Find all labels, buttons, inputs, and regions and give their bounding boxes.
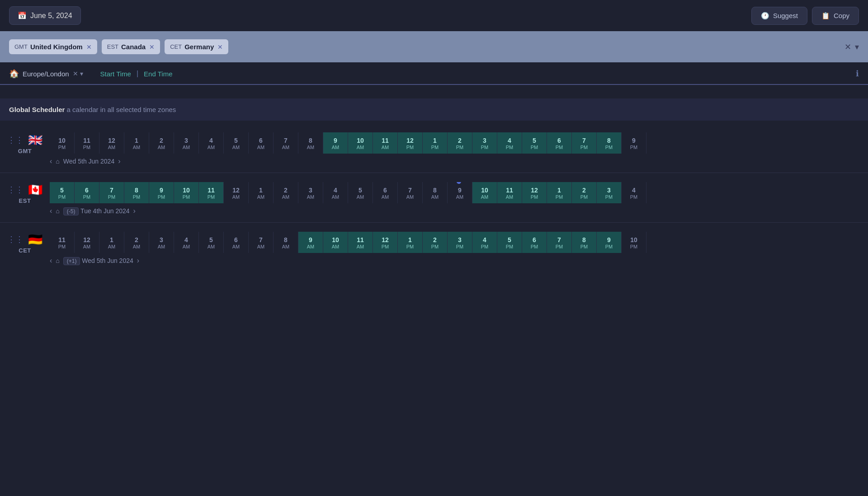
copy-button[interactable]: 📋 Copy [812,7,859,25]
close-all-icon[interactable]: ✕ [844,42,851,52]
time-cell[interactable]: 2PM [423,232,448,253]
time-cell[interactable]: 11AM [497,182,522,203]
time-cell[interactable]: 12AM [99,132,124,154]
time-cell[interactable]: 2AM [149,132,174,154]
time-cell[interactable]: 6PM [547,132,572,154]
time-cell[interactable]: 6PM [522,232,547,253]
home-day-button[interactable]: ⌂ [56,257,59,264]
time-cell[interactable]: 7PM [99,182,124,203]
time-cell[interactable]: 12PM [522,182,547,203]
home-timezone-selector[interactable]: 🏠 Europe/London ✕ ▾ [9,69,83,79]
time-cell[interactable]: 11AM [373,132,398,154]
time-cell[interactable]: 11PM [199,182,224,203]
date-selector[interactable]: 📅 June 5, 2024 [9,6,81,25]
timeline-scroll[interactable]: 11PM12AM1AM2AM3AM4AM5AM6AM7AM8AM9AM10AM1… [50,232,868,253]
time-cell[interactable]: 11PM [75,132,99,154]
tz-tag-cet[interactable]: CET Germany ✕ [165,39,228,54]
time-cell[interactable]: 1AM [249,182,274,203]
next-day-button[interactable]: › [133,207,136,215]
time-cell[interactable]: 7AM [274,132,298,154]
time-cell[interactable]: 10PM [50,132,75,154]
time-cell[interactable]: 5AM [199,232,224,253]
time-cell[interactable]: 11AM [348,232,373,253]
time-cell[interactable]: 10AM [348,132,373,154]
time-cell[interactable]: 6AM [224,232,249,253]
time-cell[interactable]: 1PM [398,232,423,253]
info-icon[interactable]: ℹ [856,69,859,79]
time-cell[interactable]: 9AM [323,132,348,154]
time-cell[interactable]: 10PM [174,182,199,203]
remove-home-icon[interactable]: ✕ [73,70,78,77]
time-cell[interactable]: 7AM [249,232,274,253]
time-cell[interactable]: 8AM [298,132,323,154]
time-cell[interactable]: 3AM [298,182,323,203]
tz-controls[interactable]: ✕ ▾ [73,70,83,77]
time-cell[interactable]: 7PM [547,232,572,253]
time-cell[interactable]: 6PM [75,182,99,203]
time-cell[interactable]: 6AM [373,182,398,203]
prev-day-button[interactable]: ‹ [50,157,52,165]
time-cell[interactable]: 6AM [249,132,274,154]
time-cell[interactable]: 9PM [149,182,174,203]
prev-day-button[interactable]: ‹ [50,257,52,265]
chevron-down-icon[interactable]: ▾ [80,70,83,77]
time-cell[interactable]: 2AM [274,182,298,203]
time-cell[interactable]: 9AM [448,182,472,203]
time-cell[interactable]: 8PM [572,232,597,253]
time-cell[interactable]: 8AM [274,232,298,253]
time-cell[interactable]: 9PM [622,132,646,154]
time-cell[interactable]: 10AM [472,182,497,203]
time-cell[interactable]: 3AM [174,132,199,154]
remove-est-button[interactable]: ✕ [149,43,155,51]
remove-cet-button[interactable]: ✕ [217,43,223,51]
time-cell[interactable]: 4AM [323,182,348,203]
time-cell[interactable]: 1AM [124,132,149,154]
time-cell[interactable]: 3PM [597,182,622,203]
drag-handle[interactable]: ⋮⋮ [7,135,24,145]
suggest-button[interactable]: 🕐 Suggest [751,7,807,25]
time-cell[interactable]: 9AM [298,232,323,253]
end-time-tab[interactable]: End Time [140,69,176,79]
time-cell[interactable]: 12AM [224,182,249,203]
time-cell[interactable]: 7PM [572,132,597,154]
prev-day-button[interactable]: ‹ [50,207,52,215]
time-cell[interactable]: 4AM [174,232,199,253]
next-day-button[interactable]: › [118,157,120,165]
time-cell[interactable]: 8PM [597,132,622,154]
drag-handle[interactable]: ⋮⋮ [7,185,24,195]
time-cell[interactable]: 1PM [423,132,448,154]
time-cell[interactable]: 4PM [472,232,497,253]
time-cell[interactable]: 8AM [423,182,448,203]
time-cell[interactable]: 5PM [522,132,547,154]
time-cell[interactable]: 11PM [50,232,75,253]
tz-tags-controls[interactable]: ✕ ▾ [844,42,859,52]
time-cell[interactable]: 7AM [398,182,423,203]
home-day-button[interactable]: ⌂ [56,158,59,165]
time-cell[interactable]: 3AM [149,232,174,253]
time-cell[interactable]: 12AM [75,232,99,253]
time-cell[interactable]: 2PM [572,182,597,203]
time-cell[interactable]: 5PM [50,182,75,203]
time-cell[interactable]: 12PM [373,232,398,253]
home-day-button[interactable]: ⌂ [56,207,59,215]
time-cell[interactable]: 4PM [622,182,646,203]
time-cell[interactable]: 3PM [448,232,472,253]
time-cell[interactable]: 4PM [497,132,522,154]
time-cell[interactable]: 1AM [99,232,124,253]
tz-tag-est[interactable]: EST Canada ✕ [102,39,160,54]
time-cell[interactable]: 9PM [597,232,622,253]
time-cell[interactable]: 5AM [348,182,373,203]
next-day-button[interactable]: › [137,257,139,265]
time-cell[interactable]: 3PM [472,132,497,154]
time-cell[interactable]: 12PM [398,132,423,154]
collapse-icon[interactable]: ▾ [855,42,859,52]
time-cell[interactable]: 2PM [448,132,472,154]
time-cell[interactable]: 5AM [224,132,249,154]
time-cell[interactable]: 10AM [323,232,348,253]
remove-gmt-button[interactable]: ✕ [86,43,92,51]
time-cell[interactable]: 5PM [497,232,522,253]
start-time-tab[interactable]: Start Time [97,69,135,79]
tz-tag-gmt[interactable]: GMT United Kingdom ✕ [9,39,97,54]
time-cell[interactable]: 2AM [124,232,149,253]
timeline-scroll[interactable]: 5PM6PM7PM8PM9PM10PM11PM12AM1AM2AM3AM4AM5… [50,182,868,203]
